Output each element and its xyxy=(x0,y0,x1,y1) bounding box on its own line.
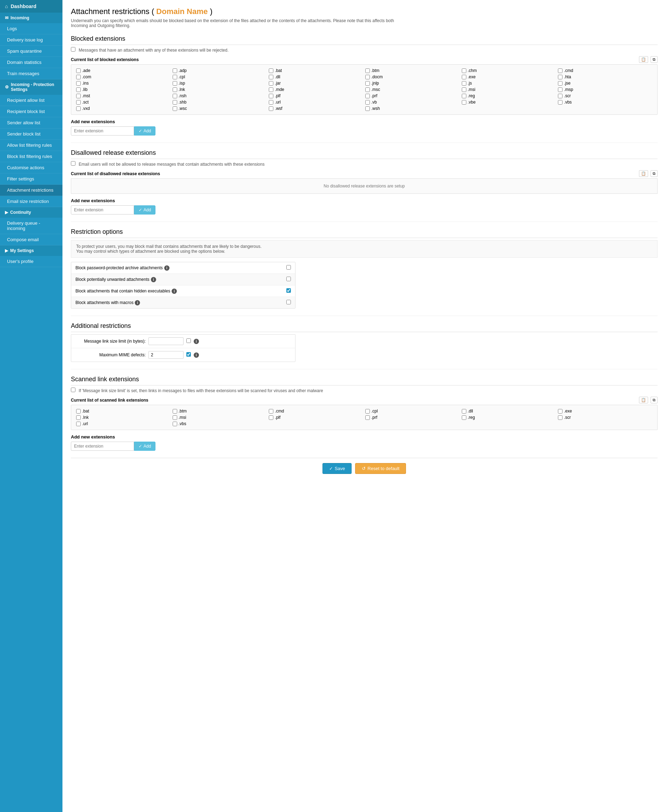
scanned-link-checkbox[interactable] xyxy=(71,388,76,392)
restriction-checkbox-0[interactable] xyxy=(286,265,291,270)
ext-checkbox[interactable] xyxy=(365,106,370,111)
ext-checkbox[interactable] xyxy=(365,75,370,79)
disallowed-csv-button[interactable]: 📋 xyxy=(639,170,648,177)
blocked-csv-button[interactable]: 📋 xyxy=(639,56,648,63)
dashboard-link[interactable]: ⌂ Dashboard xyxy=(0,0,63,13)
disallowed-ext-input[interactable] xyxy=(71,205,134,215)
ext-checkbox[interactable] xyxy=(76,94,81,98)
ext-checkbox[interactable] xyxy=(558,81,562,86)
ext-checkbox[interactable] xyxy=(558,68,562,73)
disallowed-add-button[interactable]: ✓ Add xyxy=(134,205,155,215)
restriction-check-0[interactable] xyxy=(286,265,291,271)
ext-checkbox[interactable] xyxy=(365,81,370,86)
ext-checkbox[interactable] xyxy=(173,87,177,92)
sidebar-item-email-size-restriction[interactable]: Email size restriction xyxy=(0,196,63,207)
sidebar-item-sender-allow[interactable]: Sender allow list xyxy=(0,117,63,129)
ext-checkbox[interactable] xyxy=(558,87,562,92)
sidebar-item-user-profile[interactable]: User's profile xyxy=(0,256,63,267)
restriction-check-3[interactable] xyxy=(286,300,291,305)
sidebar-item-attachment-restrictions[interactable]: Attachment restrictions xyxy=(0,185,63,196)
ext-checkbox[interactable] xyxy=(173,409,177,414)
blocked-ext-input[interactable] xyxy=(71,126,134,135)
ext-checkbox[interactable] xyxy=(269,106,274,111)
ext-checkbox[interactable] xyxy=(173,100,177,105)
ext-checkbox[interactable] xyxy=(173,94,177,98)
additional-check-1[interactable] xyxy=(186,352,191,358)
ext-checkbox[interactable] xyxy=(365,409,370,414)
sidebar-item-train-messages[interactable]: Train messages xyxy=(0,68,63,79)
ext-checkbox[interactable] xyxy=(462,100,467,105)
scanned-ext-input[interactable] xyxy=(71,442,134,451)
ext-checkbox[interactable] xyxy=(462,81,467,86)
restriction-check-1[interactable] xyxy=(286,277,291,282)
restriction-checkbox-1[interactable] xyxy=(286,277,291,281)
ext-checkbox[interactable] xyxy=(173,106,177,111)
ext-checkbox[interactable] xyxy=(173,422,177,426)
ext-checkbox[interactable] xyxy=(173,75,177,79)
ext-checkbox[interactable] xyxy=(365,415,370,420)
ext-checkbox[interactable] xyxy=(269,68,274,73)
sidebar-item-spam-quarantine[interactable]: Spam quarantine xyxy=(0,46,63,57)
scanned-csv-button[interactable]: 📋 xyxy=(639,397,648,403)
ext-checkbox[interactable] xyxy=(558,75,562,79)
ext-checkbox[interactable] xyxy=(462,94,467,98)
blocked-copy-button[interactable]: ⧉ xyxy=(651,56,658,63)
scanned-add-button[interactable]: ✓ Add xyxy=(134,442,155,451)
ext-checkbox[interactable] xyxy=(462,68,467,73)
message-link-size-checkbox[interactable] xyxy=(186,338,191,343)
max-mime-defects-input[interactable] xyxy=(148,351,183,359)
sidebar-item-logs[interactable]: Logs xyxy=(0,23,63,35)
restriction-check-2[interactable] xyxy=(286,288,291,294)
ext-checkbox[interactable] xyxy=(269,94,274,98)
ext-checkbox[interactable] xyxy=(269,409,274,414)
message-link-size-input[interactable] xyxy=(148,337,183,345)
ext-checkbox[interactable] xyxy=(76,100,81,105)
ext-checkbox[interactable] xyxy=(558,100,562,105)
ext-checkbox[interactable] xyxy=(76,409,81,414)
sidebar-item-delivery-queue[interactable]: Delivery queue - incoming xyxy=(0,218,63,234)
ext-checkbox[interactable] xyxy=(269,75,274,79)
restriction-checkbox-3[interactable] xyxy=(286,300,291,304)
max-mime-checkbox[interactable] xyxy=(186,352,191,356)
ext-checkbox[interactable] xyxy=(173,81,177,86)
sidebar-item-domain-statistics[interactable]: Domain statistics xyxy=(0,57,63,68)
ext-checkbox[interactable] xyxy=(269,100,274,105)
ext-checkbox[interactable] xyxy=(558,409,562,414)
sidebar-item-recipient-block[interactable]: Recipient block list xyxy=(0,106,63,117)
ext-checkbox[interactable] xyxy=(76,415,81,420)
ext-checkbox[interactable] xyxy=(462,415,467,420)
ext-checkbox[interactable] xyxy=(76,106,81,111)
additional-check-0[interactable] xyxy=(186,338,191,344)
ext-checkbox[interactable] xyxy=(269,415,274,420)
ext-checkbox[interactable] xyxy=(558,415,562,420)
sidebar-item-allow-list-filtering[interactable]: Allow list filtering rules xyxy=(0,140,63,151)
ext-checkbox[interactable] xyxy=(462,409,467,414)
disallowed-copy-button[interactable]: ⧉ xyxy=(651,170,658,177)
ext-checkbox[interactable] xyxy=(76,81,81,86)
blocked-add-button[interactable]: ✓ Add xyxy=(134,126,155,135)
ext-checkbox[interactable] xyxy=(365,87,370,92)
scanned-copy-button[interactable]: ⧉ xyxy=(651,397,658,403)
ext-checkbox[interactable] xyxy=(365,100,370,105)
disallowed-release-checkbox[interactable] xyxy=(71,161,76,166)
blocked-extensions-checkbox[interactable] xyxy=(71,47,76,51)
sidebar-item-filter-settings[interactable]: Filter settings xyxy=(0,173,63,185)
ext-checkbox[interactable] xyxy=(269,81,274,86)
ext-checkbox[interactable] xyxy=(462,87,467,92)
ext-checkbox[interactable] xyxy=(76,422,81,426)
sidebar-item-customise-actions[interactable]: Customise actions xyxy=(0,162,63,173)
sidebar-item-delivery-issue-log[interactable]: Delivery issue log xyxy=(0,35,63,46)
ext-checkbox[interactable] xyxy=(76,75,81,79)
ext-checkbox[interactable] xyxy=(365,68,370,73)
ext-checkbox[interactable] xyxy=(76,87,81,92)
ext-checkbox[interactable] xyxy=(76,68,81,73)
ext-checkbox[interactable] xyxy=(173,415,177,420)
ext-checkbox[interactable] xyxy=(269,87,274,92)
ext-checkbox[interactable] xyxy=(558,94,562,98)
save-button[interactable]: ✓ Save xyxy=(323,463,352,474)
ext-checkbox[interactable] xyxy=(365,94,370,98)
restriction-checkbox-2[interactable] xyxy=(286,288,291,293)
ext-checkbox[interactable] xyxy=(462,75,467,79)
sidebar-item-sender-block[interactable]: Sender block list xyxy=(0,129,63,140)
sidebar-item-compose-email[interactable]: Compose email xyxy=(0,234,63,245)
